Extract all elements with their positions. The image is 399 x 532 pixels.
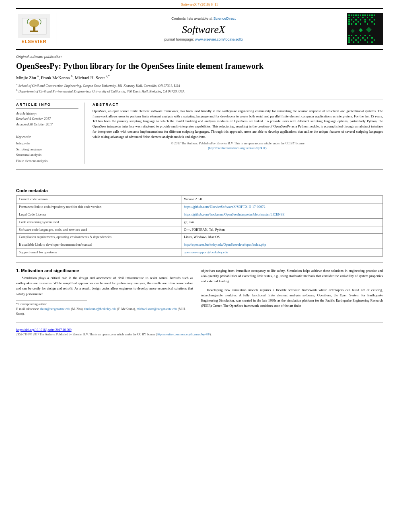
table-cell-label: Support email for questions: [16, 249, 181, 257]
article-info-title: ARTICLE INFO: [16, 103, 78, 107]
footnote-section: * Corresponding author. E-mail addresses…: [16, 302, 193, 316]
elsevier-image: [18, 14, 50, 38]
repo-link[interactable]: https://github.com/ElsevierSoftwareX/SOF…: [184, 205, 265, 209]
paper-title: OpenSeesPy: Python library for the OpenS…: [16, 61, 383, 71]
table-row: Permanent link to code/repository used f…: [16, 203, 383, 211]
keyword-scripting: Scripting language: [16, 146, 78, 152]
table-row: Legal Code License https://github.com/fr…: [16, 211, 383, 218]
table-cell-value: Version 2.5.0: [181, 195, 383, 203]
table-cell-label: Legal Code License: [16, 211, 181, 218]
keyword-fem: Finite element analysis: [16, 158, 78, 164]
table-cell-label: Code versioning system used: [16, 218, 181, 226]
svg-rect-54: [367, 37, 368, 39]
svg-rect-31: [353, 21, 354, 23]
svg-rect-66: [371, 41, 373, 43]
table-cell-value: https://github.com/ElsevierSoftwareX/SOF…: [181, 203, 383, 211]
svg-rect-9: [358, 14, 359, 16]
cc-license: © 2017 The Authors. Published by Elsevie…: [93, 141, 383, 151]
authors: Minjie Zhu a, Frank McKenna b, Michael H…: [16, 74, 383, 80]
svg-rect-56: [348, 39, 350, 41]
corresponding-note: * Corresponding author.: [16, 302, 193, 307]
svg-rect-34: [371, 21, 373, 23]
email-zhu[interactable]: zhum@oregonstate.edu: [40, 307, 70, 311]
journal-header: ELSEVIER Contents lists available at Sci…: [16, 8, 383, 50]
table-row: If available Link to developer documenta…: [16, 241, 383, 249]
svg-rect-47: [360, 35, 361, 36]
abstract-column: ABSTRACT OpenSees, an open source finite…: [93, 103, 383, 164]
table-cell-label: Compilation requirements, operating envi…: [16, 234, 181, 241]
keyword-interpreter: Interpreter: [16, 140, 78, 146]
publication-type: Original software publication: [16, 55, 383, 59]
table-cell-value: https://github.com/frockenna/OpenSeesInt…: [181, 211, 383, 218]
article-history: Article history: Received 4 October 2017…: [16, 111, 78, 127]
svg-rect-22: [371, 17, 373, 18]
svg-rect-64: [358, 41, 359, 43]
svg-rect-7: [353, 14, 354, 16]
svg-rect-36: [351, 23, 352, 25]
separator2: [16, 262, 383, 263]
contents-available: Contents lists available at ScienceDirec…: [171, 16, 236, 21]
svg-rect-20: [362, 17, 364, 18]
section1-body: 1. Motivation and significance Simulatio…: [16, 268, 383, 316]
keyword-structural: Structural analysis: [16, 152, 78, 158]
journal-center-info: Contents lists available at ScienceDirec…: [60, 13, 347, 45]
svg-rect-37: [355, 23, 357, 25]
table-cell-label: Current code version: [16, 195, 181, 203]
license-link[interactable]: https://github.com/frockenna/OpenSeesInt…: [184, 212, 284, 216]
section1-right: objectives ranging from immediate occupa…: [201, 268, 383, 316]
svg-point-1: [29, 19, 39, 27]
doi-line: https://doi.org/10.1016/j.softx.2017.10.…: [16, 328, 383, 332]
svg-rect-24: [351, 19, 352, 21]
table-cell-label: If available Link to developer documenta…: [16, 241, 181, 249]
footnote-divider: [16, 300, 87, 300]
svg-rect-63: [353, 41, 354, 43]
svg-rect-46: [355, 35, 357, 36]
svg-rect-11: [362, 14, 364, 16]
svg-rect-26: [360, 19, 361, 21]
section1-left: 1. Motivation and significance Simulatio…: [16, 268, 193, 316]
svg-rect-29: [374, 19, 375, 21]
svg-rect-59: [360, 39, 361, 41]
cc-link-bottom[interactable]: http://creativecommons.org/licenses/by/4…: [157, 333, 210, 336]
table-row: Software code languages, tools, and serv…: [16, 226, 383, 234]
svg-rect-49: [369, 35, 370, 36]
svg-rect-28: [369, 19, 370, 21]
journal-url[interactable]: www.elsevier.com/locate/softx: [195, 37, 243, 41]
email-mckenna[interactable]: fmckenna@berkeley.edu: [84, 307, 116, 311]
svg-rect-10: [360, 14, 361, 16]
code-metadata-section: Code metadata Current code version Versi…: [16, 176, 383, 257]
cc-license-link[interactable]: (http://creativecommons.org/licenses/by/…: [208, 146, 267, 150]
svg-rect-18: [353, 17, 354, 18]
svg-rect-44: [348, 35, 350, 36]
svg-rect-62: [348, 41, 350, 43]
keywords-label: Keywords:: [16, 134, 78, 140]
support-email[interactable]: opensees-support@berkeley.edu: [184, 250, 228, 254]
svg-rect-35: [348, 23, 350, 25]
doi-link[interactable]: https://doi.org/10.1016/j.softx.2017.10.…: [16, 328, 72, 332]
email-scott[interactable]: michael.scott@oregonstate.edu: [137, 307, 177, 311]
svg-rect-27: [364, 19, 366, 21]
svg-rect-48: [364, 35, 366, 36]
svg-rect-14: [369, 14, 370, 16]
svg-rect-40: [374, 23, 375, 25]
svg-rect-45: [351, 35, 352, 36]
svg-rect-8: [355, 14, 357, 16]
svg-rect-17: [348, 17, 350, 18]
table-cell-value: C++, FORTRAN, Tcl, Python: [181, 226, 383, 234]
svg-rect-32: [358, 21, 359, 23]
svg-rect-19: [358, 17, 359, 18]
svg-rect-61: [374, 39, 375, 41]
table-cell-value: http://opensees.berkeley.edu/OpenSees/de…: [181, 241, 383, 249]
article-info-column: ARTICLE INFO Article history: Received 4…: [16, 103, 84, 164]
sciencedirect-link[interactable]: ScienceDirect: [214, 16, 236, 21]
svg-rect-60: [364, 39, 366, 41]
docs-link[interactable]: http://opensees.berkeley.edu/OpenSees/de…: [184, 242, 266, 246]
svg-rect-3: [30, 31, 38, 32]
svg-rect-53: [362, 37, 364, 39]
table-cell-value: Linux, Windows, Mac OS: [181, 234, 383, 241]
elsevier-logo: ELSEVIER: [16, 13, 56, 45]
affiliations: a School of Civil and Construction Engin…: [16, 82, 383, 94]
journal-homepage: journal homepage: www.elsevier.com/locat…: [164, 37, 243, 41]
svg-rect-21: [367, 17, 368, 18]
table-row: Compilation requirements, operating envi…: [16, 234, 383, 241]
